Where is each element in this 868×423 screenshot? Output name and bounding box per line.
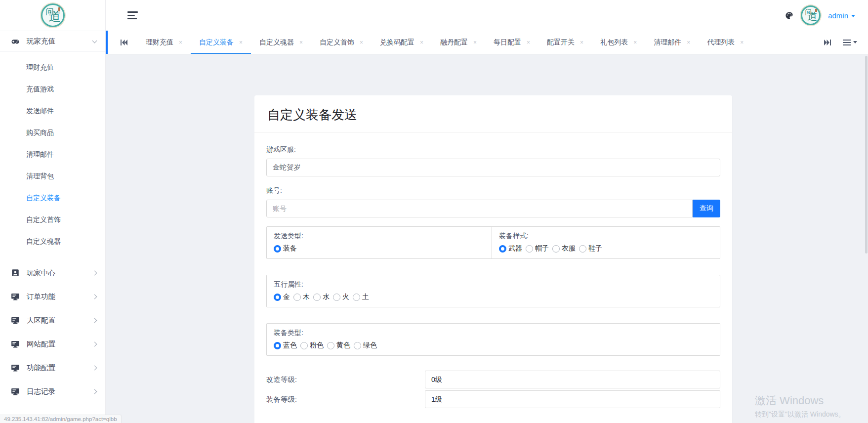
- radio-fire[interactable]: 火: [333, 293, 349, 301]
- radio-clothes[interactable]: 衣服: [552, 244, 576, 253]
- sidebar-item-clean-mail[interactable]: 清理邮件: [0, 143, 105, 165]
- sidebar-item-recharge-game[interactable]: 充值游戏: [0, 78, 105, 100]
- chevron-right-icon: [92, 270, 97, 275]
- sidebar-item-log-record[interactable]: 日志记录: [0, 380, 105, 403]
- radio-icon: [552, 245, 560, 253]
- sidebar-item-buy-goods[interactable]: 购买商品: [0, 122, 105, 143]
- tab-custom-soul-weapon[interactable]: 自定义魂器×: [251, 31, 311, 54]
- radio-gold[interactable]: 金: [274, 293, 290, 301]
- close-icon[interactable]: ×: [527, 40, 530, 45]
- close-icon[interactable]: ×: [633, 40, 637, 45]
- tab-daily-config[interactable]: 每日配置×: [485, 31, 538, 54]
- account-label: 账号:: [266, 186, 720, 195]
- sidebar-item-custom-equipment[interactable]: 自定义装备: [0, 187, 105, 209]
- tab-financial-recharge[interactable]: 理财充值×: [137, 31, 191, 54]
- sidebar-item-financial-recharge[interactable]: 理财充值: [0, 56, 105, 78]
- close-icon[interactable]: ×: [580, 40, 583, 45]
- monitor-icon: [11, 339, 20, 348]
- tabs-menu-button[interactable]: [843, 40, 857, 45]
- tab-bar-controls: [824, 31, 868, 54]
- radio-icon: [353, 294, 360, 301]
- radio-green[interactable]: 绿色: [354, 341, 377, 350]
- tab-gift-list[interactable]: 礼包列表×: [592, 31, 645, 54]
- chevron-right-icon: [92, 318, 97, 323]
- radio-yellow[interactable]: 黄色: [327, 341, 350, 350]
- monitor-icon: [11, 363, 20, 372]
- scroll-tabs-end-button[interactable]: [824, 40, 831, 45]
- equip-type-label: 装备类型:: [274, 329, 713, 338]
- radio-icon: [579, 245, 586, 253]
- sidebar-item-custom-jewelry[interactable]: 自定义首饰: [0, 209, 105, 230]
- form-card: 自定义装备发送 游戏区服: 账号: 查询 发送类型: 装备: [254, 95, 732, 423]
- upgrade-level-select[interactable]: 0级: [425, 371, 720, 388]
- radio-icon: [300, 342, 308, 349]
- radio-icon: [327, 342, 334, 349]
- radio-weapon[interactable]: 武器: [499, 244, 522, 253]
- tab-clean-mail[interactable]: 清理邮件×: [645, 31, 699, 54]
- radio-wood[interactable]: 木: [293, 293, 310, 301]
- sidebar-group-player-recharge[interactable]: 玩家充值: [0, 31, 105, 52]
- close-icon[interactable]: ×: [299, 40, 303, 45]
- server-input[interactable]: [266, 159, 720, 176]
- sidebar-group-label: 玩家充值: [27, 37, 93, 46]
- radio-shoes[interactable]: 鞋子: [579, 244, 602, 253]
- close-icon[interactable]: ×: [473, 40, 477, 45]
- tab-rongdan-config[interactable]: 融丹配置×: [432, 31, 485, 54]
- radio-blue[interactable]: 蓝色: [274, 341, 297, 350]
- close-icon[interactable]: ×: [687, 40, 690, 45]
- menu-bars-icon: [843, 40, 851, 45]
- account-input[interactable]: [266, 200, 693, 217]
- sidebar-item-region-config[interactable]: 大区配置: [0, 308, 105, 332]
- theme-palette-icon[interactable]: [785, 11, 793, 20]
- chevron-down-icon: [851, 15, 855, 17]
- tab-custom-jewelry[interactable]: 自定义首饰×: [311, 31, 372, 54]
- logo-seal: [58, 7, 61, 11]
- radio-icon: [293, 294, 301, 301]
- user-card-icon: [11, 268, 20, 277]
- card-body: 游戏区服: 账号: 查询 发送类型: 装备 装备样式:: [254, 132, 732, 423]
- scrollbar[interactable]: [865, 56, 868, 254]
- sidebar-item-clean-backpack[interactable]: 清理背包: [0, 165, 105, 187]
- radio-earth[interactable]: 土: [353, 293, 369, 301]
- sidebar-item-player-center[interactable]: 玩家中心: [0, 261, 105, 285]
- avatar[interactable]: 问 道: [801, 5, 821, 25]
- open-tabs: 理财充值× 自定义装备× 自定义魂器× 自定义首饰× 兑换码配置× 融丹配置× …: [137, 31, 752, 54]
- chevron-right-icon: [92, 389, 97, 394]
- close-icon[interactable]: ×: [179, 40, 182, 45]
- username-label: admin: [828, 11, 848, 20]
- close-icon[interactable]: ×: [360, 40, 363, 45]
- equip-level-select[interactable]: 1级: [425, 390, 720, 408]
- sidebar-item-feature-config[interactable]: 功能配置: [0, 356, 105, 380]
- tab-redeem-code-config[interactable]: 兑换码配置×: [372, 31, 432, 54]
- hamburger-menu-button[interactable]: [127, 11, 138, 19]
- upgrade-level-label: 改造等级:: [266, 375, 425, 384]
- close-icon[interactable]: ×: [239, 40, 243, 45]
- close-icon[interactable]: ×: [740, 40, 744, 45]
- five-elements-box: 五行属性: 金 木 水 火 土: [266, 275, 720, 307]
- send-type-label: 发送类型:: [274, 232, 485, 241]
- radio-equipment[interactable]: 装备: [274, 244, 297, 253]
- close-icon[interactable]: ×: [420, 40, 423, 45]
- app-logo: 问 道: [0, 0, 105, 31]
- radio-hat[interactable]: 帽子: [526, 244, 549, 253]
- sidebar-submenu: 理财充值 充值游戏 发送邮件 购买商品 清理邮件 清理背包 自定义装备 自定义首…: [0, 52, 105, 254]
- tab-agent-list[interactable]: 代理列表×: [699, 31, 752, 54]
- tab-custom-equipment[interactable]: 自定义装备×: [191, 31, 251, 54]
- radio-icon: [526, 245, 533, 253]
- chevron-right-icon: [92, 365, 97, 370]
- sidebar-item-order-function[interactable]: 订单功能: [0, 285, 105, 308]
- radio-icon: [354, 342, 361, 349]
- status-url: 49.235.143.41:82/admin/game.php?act=qlbb: [0, 415, 122, 423]
- radio-water[interactable]: 水: [313, 293, 330, 301]
- scroll-tabs-start-button[interactable]: [108, 31, 137, 54]
- sidebar-item-send-mail[interactable]: 发送邮件: [0, 100, 105, 122]
- radio-pink[interactable]: 粉色: [300, 341, 324, 350]
- radio-icon: [333, 294, 340, 301]
- tab-config-switch[interactable]: 配置开关×: [538, 31, 592, 54]
- sidebar-item-custom-soul-weapon[interactable]: 自定义魂器: [0, 230, 105, 252]
- sidebar-item-site-config[interactable]: 网站配置: [0, 332, 105, 356]
- radio-selected-icon: [499, 245, 506, 253]
- query-button[interactable]: 查询: [693, 200, 720, 217]
- radio-selected-icon: [274, 294, 281, 301]
- user-menu[interactable]: admin: [828, 11, 855, 20]
